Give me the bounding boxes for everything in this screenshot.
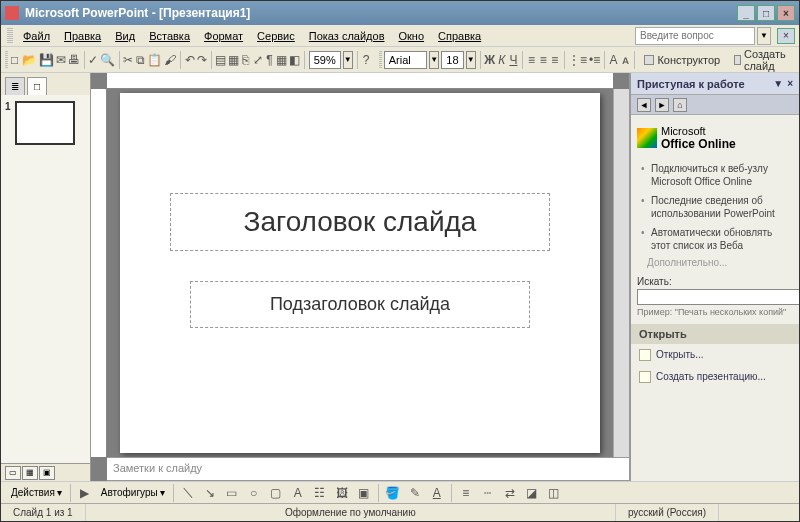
increase-font-icon[interactable]: A xyxy=(609,50,619,70)
decrease-font-icon[interactable]: ᴀ xyxy=(620,50,630,70)
taskpane-close[interactable]: × xyxy=(787,78,793,89)
new-icon[interactable]: □ xyxy=(10,50,20,70)
bullets-icon[interactable]: •≡ xyxy=(589,50,600,70)
new-slide-button[interactable]: Создать слайд xyxy=(728,46,795,74)
grip-icon[interactable] xyxy=(5,51,8,69)
spell-icon[interactable]: ✓ xyxy=(88,50,98,70)
expand-icon[interactable]: ⤢ xyxy=(253,50,263,70)
permission-icon[interactable]: ✉ xyxy=(56,50,66,70)
open-link[interactable]: Открыть... xyxy=(637,344,793,366)
help-question-dropdown[interactable]: ▼ xyxy=(757,27,771,45)
oval-icon[interactable]: ○ xyxy=(244,483,264,503)
chart-icon[interactable]: ▤ xyxy=(215,50,226,70)
table-icon[interactable]: ▦ xyxy=(228,50,239,70)
grid-icon[interactable]: ▦ xyxy=(276,50,287,70)
slideshow-view-button[interactable]: ▣ xyxy=(39,466,55,480)
font-color-icon[interactable]: A xyxy=(427,483,447,503)
underline-button[interactable]: Ч xyxy=(509,50,519,70)
textbox-icon[interactable]: ▢ xyxy=(266,483,286,503)
menu-format[interactable]: Формат xyxy=(198,28,249,44)
title-placeholder[interactable]: Заголовок слайда xyxy=(170,193,550,251)
align-right-icon[interactable]: ≡ xyxy=(550,50,560,70)
wordart-icon[interactable]: A xyxy=(288,483,308,503)
print-icon[interactable]: 🖶 xyxy=(68,50,80,70)
menu-help[interactable]: Справка xyxy=(432,28,487,44)
save-icon[interactable]: 💾 xyxy=(39,50,54,70)
autoshapes-menu[interactable]: Автофигуры ▾ xyxy=(97,486,169,499)
fontsize-dropdown[interactable]: ▼ xyxy=(466,51,476,69)
status-language[interactable]: русский (Россия) xyxy=(616,504,719,521)
fill-color-icon[interactable]: 🪣 xyxy=(383,483,403,503)
taskpane-link-connect[interactable]: Подключиться к веб-узлу Microsoft Office… xyxy=(641,159,793,191)
color-icon[interactable]: ◧ xyxy=(289,50,300,70)
ruler-vertical[interactable] xyxy=(91,89,107,457)
actions-menu[interactable]: Действия ▾ xyxy=(7,486,66,499)
arrow-icon[interactable]: ↘ xyxy=(200,483,220,503)
3d-icon[interactable]: ◫ xyxy=(544,483,564,503)
grip-icon[interactable] xyxy=(7,28,13,44)
taskpane-link-auto-update[interactable]: Автоматически обновлять этот список из В… xyxy=(641,223,793,255)
menu-edit[interactable]: Правка xyxy=(58,28,107,44)
fontsize-combo[interactable]: 18 xyxy=(441,51,464,69)
paste-icon[interactable]: 📋 xyxy=(147,50,162,70)
copy-icon[interactable]: ⧉ xyxy=(135,50,145,70)
scrollbar-vertical[interactable] xyxy=(613,89,629,457)
line-color-icon[interactable]: ✎ xyxy=(405,483,425,503)
grip-icon[interactable] xyxy=(379,51,382,69)
bold-button[interactable]: Ж xyxy=(484,50,495,70)
rectangle-icon[interactable]: ▭ xyxy=(222,483,242,503)
designer-button[interactable]: Конструктор xyxy=(638,52,726,68)
ruler-horizontal[interactable] xyxy=(107,73,613,89)
nav-home-icon[interactable]: ⌂ xyxy=(673,98,687,112)
cut-icon[interactable]: ✂ xyxy=(123,50,133,70)
taskpane-dropdown[interactable]: ▼ xyxy=(773,78,783,89)
align-left-icon[interactable]: ≡ xyxy=(527,50,537,70)
zoom-dropdown[interactable]: ▼ xyxy=(343,51,353,69)
create-presentation-link[interactable]: Создать презентацию... xyxy=(637,366,793,388)
slide-thumbnail-1[interactable]: 1 xyxy=(5,101,86,145)
diagram-icon[interactable]: ☷ xyxy=(310,483,330,503)
dash-style-icon[interactable]: ┄ xyxy=(478,483,498,503)
undo-icon[interactable]: ↶ xyxy=(185,50,195,70)
slides-tab[interactable]: □ xyxy=(27,77,47,95)
taskpane-search-input[interactable] xyxy=(637,289,799,305)
taskpane-more-link[interactable]: Дополнительно... xyxy=(637,255,793,274)
font-combo[interactable]: Arial xyxy=(384,51,428,69)
close-button[interactable]: × xyxy=(777,5,795,21)
redo-icon[interactable]: ↷ xyxy=(197,50,207,70)
font-dropdown[interactable]: ▼ xyxy=(429,51,439,69)
slide[interactable]: Заголовок слайда Подзаголовок слайда xyxy=(120,93,600,453)
menu-window[interactable]: Окно xyxy=(393,28,431,44)
research-icon[interactable]: 🔍 xyxy=(100,50,115,70)
show-format-icon[interactable]: ¶ xyxy=(265,50,275,70)
normal-view-button[interactable]: ▭ xyxy=(5,466,21,480)
help-question-input[interactable] xyxy=(635,27,755,45)
shadow-icon[interactable]: ◪ xyxy=(522,483,542,503)
hyperlink-icon[interactable]: ⎘ xyxy=(241,50,251,70)
maximize-button[interactable]: □ xyxy=(757,5,775,21)
menu-insert[interactable]: Вставка xyxy=(143,28,196,44)
subtitle-placeholder[interactable]: Подзаголовок слайда xyxy=(190,281,530,328)
help-icon[interactable]: ? xyxy=(361,50,371,70)
menu-tools[interactable]: Сервис xyxy=(251,28,301,44)
outline-tab[interactable]: ≣ xyxy=(5,77,25,95)
notes-pane[interactable]: Заметки к слайду xyxy=(107,457,629,481)
nav-forward-icon[interactable]: ► xyxy=(655,98,669,112)
thumb-preview[interactable] xyxy=(15,101,75,145)
open-icon[interactable]: 📂 xyxy=(22,50,37,70)
clipart-icon[interactable]: 🖼 xyxy=(332,483,352,503)
picture-icon[interactable]: ▣ xyxy=(354,483,374,503)
format-painter-icon[interactable]: 🖌 xyxy=(164,50,176,70)
taskpane-link-news[interactable]: Последние сведения об использовании Powe… xyxy=(641,191,793,223)
line-style-icon[interactable]: ≡ xyxy=(456,483,476,503)
menu-view[interactable]: Вид xyxy=(109,28,141,44)
zoom-combo[interactable]: 59% xyxy=(309,51,341,69)
align-center-icon[interactable]: ≡ xyxy=(538,50,548,70)
menu-slideshow[interactable]: Показ слайдов xyxy=(303,28,391,44)
menu-file[interactable]: Файл xyxy=(17,28,56,44)
slide-canvas[interactable]: Заголовок слайда Подзаголовок слайда xyxy=(107,89,613,457)
arrow-style-icon[interactable]: ⇄ xyxy=(500,483,520,503)
nav-back-icon[interactable]: ◄ xyxy=(637,98,651,112)
numbering-icon[interactable]: ⋮≡ xyxy=(568,50,587,70)
italic-button[interactable]: К xyxy=(497,50,507,70)
